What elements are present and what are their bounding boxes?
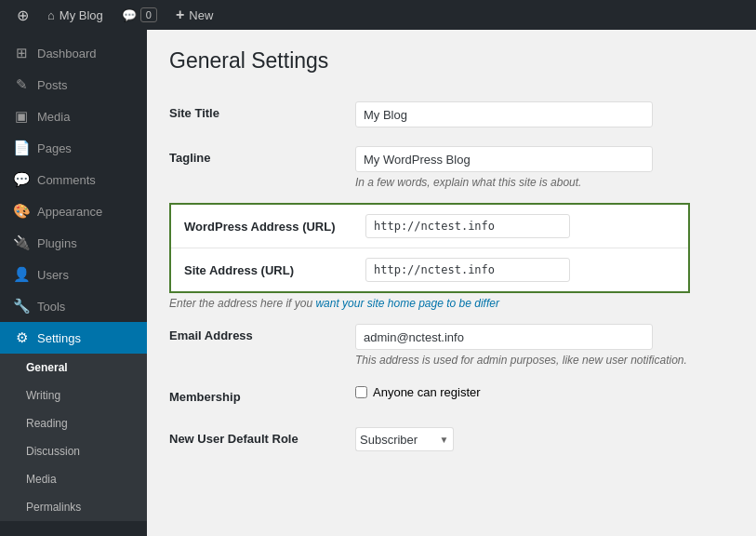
sidebar-submenu-media[interactable]: Media — [0, 465, 147, 493]
tagline-input[interactable] — [355, 146, 653, 172]
sidebar-item-media[interactable]: ▣ Media — [0, 100, 147, 132]
sidebar-submenu-general[interactable]: General — [0, 354, 147, 382]
sidebar-item-pages[interactable]: 📄 Pages — [0, 132, 147, 164]
tagline-cell: In a few words, explain what this site i… — [355, 137, 737, 198]
site-title-input[interactable] — [355, 101, 653, 127]
sidebar-submenu-media-label: Media — [26, 473, 57, 486]
content-area: General Settings Site Title Tagline — [147, 30, 756, 536]
email-input[interactable] — [355, 324, 653, 350]
tools-icon: 🔧 — [13, 298, 30, 315]
plus-icon: + — [176, 7, 184, 23]
sidebar-item-users[interactable]: 👤 Users — [0, 259, 147, 290]
appearance-icon: 🎨 — [13, 203, 30, 220]
site-title-cell — [355, 92, 737, 137]
admin-bar-home[interactable]: ⊕ — [7, 0, 38, 30]
sidebar: ⊞ Dashboard ✎ Posts ▣ Media 📄 Pages 💬 Co… — [0, 30, 147, 536]
sidebar-item-settings[interactable]: ⚙ Settings — [0, 322, 147, 354]
sidebar-item-dashboard[interactable]: ⊞ Dashboard — [0, 37, 147, 69]
sidebar-item-comments-label: Comments — [37, 173, 96, 187]
tagline-description: In a few words, explain what this site i… — [355, 176, 737, 189]
new-user-role-row: New User Default Role Subscriber Contrib… — [169, 418, 737, 461]
sidebar-submenu-settings: General Writing Reading Discussion Media… — [0, 354, 147, 521]
email-cell: This address is used for admin purposes,… — [355, 315, 737, 376]
sidebar-submenu-writing[interactable]: Writing — [0, 382, 147, 409]
posts-icon: ✎ — [13, 76, 30, 93]
membership-label: Membership — [169, 376, 355, 418]
admin-bar-myblog[interactable]: ⌂ My Blog — [38, 0, 113, 30]
email-row: Email Address This address is used for a… — [169, 315, 737, 376]
sidebar-submenu-permalinks-label: Permalinks — [26, 501, 81, 514]
role-select-wrapper: Subscriber Contributor Author Editor Adm… — [355, 427, 737, 451]
site-address-description: Enter the address here if you want your … — [169, 297, 737, 310]
wp-address-input[interactable] — [365, 214, 570, 238]
sidebar-submenu-reading[interactable]: Reading — [0, 409, 147, 437]
sidebar-item-appearance[interactable]: 🎨 Appearance — [0, 195, 147, 227]
sidebar-item-plugins[interactable]: 🔌 Plugins — [0, 227, 147, 259]
sidebar-item-tools-label: Tools — [37, 300, 65, 314]
tagline-label: Tagline — [169, 137, 355, 198]
wp-address-label: WordPress Address (URL) — [184, 220, 365, 234]
sidebar-submenu-writing-label: Writing — [26, 389, 60, 402]
sidebar-item-plugins-label: Plugins — [37, 236, 77, 250]
email-description: This address is used for admin purposes,… — [355, 354, 737, 367]
main-layout: ⊞ Dashboard ✎ Posts ▣ Media 📄 Pages 💬 Co… — [0, 30, 756, 536]
select-arrow-icon: ▼ — [435, 427, 454, 451]
settings-icon: ⚙ — [13, 329, 30, 346]
new-user-role-label: New User Default Role — [169, 418, 355, 461]
sidebar-item-appearance-label: Appearance — [37, 205, 102, 219]
site-address-inner: Site Address (URL) — [171, 248, 688, 291]
admin-bar-new[interactable]: + New — [166, 0, 222, 30]
sidebar-item-dashboard-label: Dashboard — [37, 47, 97, 60]
sidebar-submenu-permalinks[interactable]: Permalinks — [0, 493, 147, 521]
pages-icon: 📄 — [13, 140, 30, 156]
plugins-icon: 🔌 — [13, 234, 30, 251]
sidebar-item-settings-label: Settings — [37, 331, 81, 345]
new-user-role-cell: Subscriber Contributor Author Editor Adm… — [355, 418, 737, 461]
membership-checkbox-row: Anyone can register — [355, 385, 737, 399]
comment-icon: 💬 — [122, 8, 137, 22]
admin-bar-comments[interactable]: 💬 0 — [113, 0, 166, 30]
sidebar-item-media-label: Media — [37, 110, 70, 124]
tagline-row: Tagline In a few words, explain what thi… — [169, 137, 737, 198]
new-label: New — [189, 8, 213, 22]
myblog-label: My Blog — [60, 8, 103, 22]
membership-checkbox-label: Anyone can register — [373, 385, 481, 399]
site-address-input[interactable] — [365, 258, 570, 282]
membership-cell: Anyone can register — [355, 376, 737, 418]
site-title-label: Site Title — [169, 92, 355, 137]
sidebar-item-posts-label: Posts — [37, 78, 68, 92]
url-block-row: WordPress Address (URL) Site Address (UR… — [169, 198, 737, 315]
sidebar-item-comments[interactable]: 💬 Comments — [0, 164, 147, 195]
membership-row: Membership Anyone can register — [169, 376, 737, 418]
dashboard-icon: ⊞ — [13, 45, 30, 61]
site-title-row: Site Title — [169, 92, 737, 137]
sidebar-item-posts[interactable]: ✎ Posts — [0, 69, 147, 100]
settings-form-table: Site Title Tagline In a few words, expla… — [169, 92, 737, 461]
sidebar-submenu-general-label: General — [26, 361, 68, 374]
media-icon: ▣ — [13, 108, 30, 125]
wp-address-inner: WordPress Address (URL) — [171, 205, 688, 248]
page-title: General Settings — [169, 48, 737, 74]
site-address-description-link[interactable]: want your site home page to be differ — [315, 297, 498, 310]
sidebar-item-tools[interactable]: 🔧 Tools — [0, 290, 147, 322]
sidebar-item-users-label: Users — [37, 268, 69, 282]
comments-nav-icon: 💬 — [13, 171, 30, 188]
site-address-label: Site Address (URL) — [184, 263, 365, 277]
sidebar-submenu-discussion-label: Discussion — [26, 445, 80, 458]
sidebar-submenu-discussion[interactable]: Discussion — [0, 437, 147, 465]
users-icon: 👤 — [13, 266, 30, 283]
membership-checkbox[interactable] — [355, 386, 367, 398]
admin-bar: ⊕ ⌂ My Blog 💬 0 + New — [0, 0, 756, 30]
comments-count: 0 — [140, 7, 157, 22]
home-icon: ⌂ — [47, 8, 55, 22]
sidebar-item-pages-label: Pages — [37, 141, 72, 155]
wordpress-icon: ⊕ — [17, 7, 29, 24]
url-block-cell: WordPress Address (URL) Site Address (UR… — [169, 198, 737, 315]
role-select[interactable]: Subscriber Contributor Author Editor Adm… — [355, 427, 435, 451]
email-label: Email Address — [169, 315, 355, 376]
sidebar-submenu-reading-label: Reading — [26, 417, 68, 430]
url-block-wrapper: WordPress Address (URL) Site Address (UR… — [169, 203, 690, 293]
